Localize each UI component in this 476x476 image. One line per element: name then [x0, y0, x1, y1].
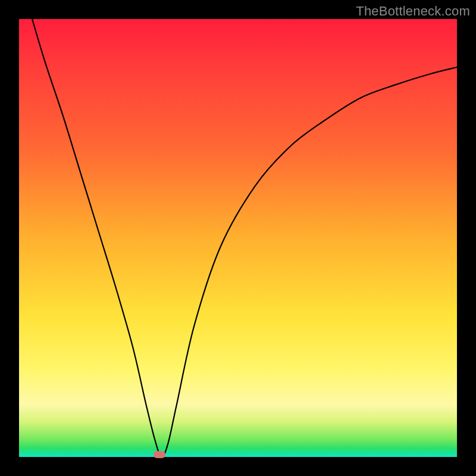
minimum-marker: [154, 451, 165, 458]
watermark-text: TheBottleneck.com: [356, 4, 470, 19]
chart-frame: TheBottleneck.com: [0, 0, 476, 476]
bottleneck-curve: [19, 19, 457, 457]
curve-path: [32, 19, 457, 457]
